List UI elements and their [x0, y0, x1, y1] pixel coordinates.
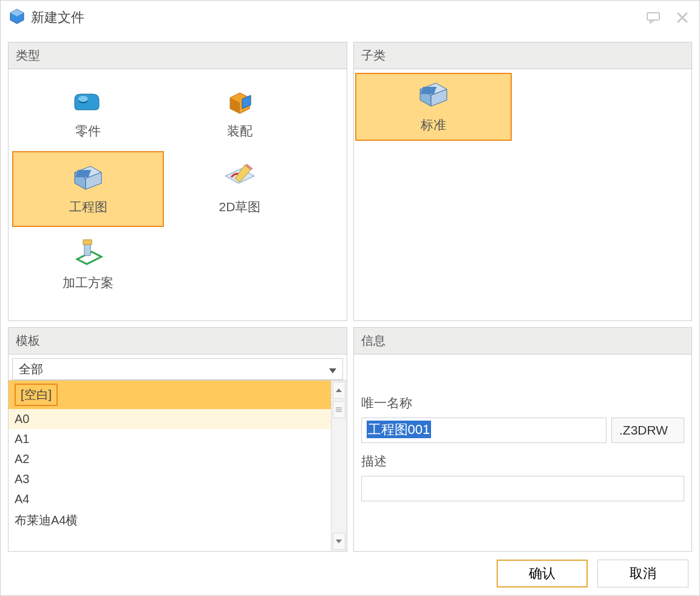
name-value: 工程图001 [367, 421, 432, 438]
subtype-item-standard[interactable]: 标准 [355, 73, 512, 141]
template-header: 模板 [8, 328, 347, 354]
type-item-drawing[interactable]: 工程图 [12, 151, 164, 227]
desc-label: 描述 [361, 453, 685, 470]
new-file-dialog: 新建文件 类型 零件 [0, 0, 700, 596]
desc-input[interactable] [361, 476, 685, 501]
dialog-title: 新建文件 [31, 8, 633, 27]
type-item-part[interactable]: 零件 [12, 75, 164, 151]
app-icon [9, 8, 25, 28]
template-row[interactable]: A3 [8, 469, 331, 489]
template-panel: 模板 全部 [空白] A0 A1 A2 A3 A4 布莱迪A4横 [8, 327, 347, 552]
titlebar: 新建文件 [1, 1, 699, 35]
scroll-up-icon[interactable] [333, 382, 345, 399]
assembly-icon [222, 87, 257, 118]
svg-point-4 [78, 96, 88, 102]
type-item-cam[interactable]: 加工方案 [12, 227, 164, 303]
template-row[interactable]: A2 [8, 449, 331, 469]
svg-rect-2 [647, 13, 659, 20]
cancel-button[interactable]: 取消 [597, 560, 688, 588]
part-icon [70, 87, 106, 118]
close-icon[interactable] [674, 9, 691, 26]
name-input[interactable]: 工程图001 [361, 418, 607, 443]
comment-icon[interactable] [645, 9, 662, 26]
svg-rect-21 [420, 87, 436, 94]
type-panel: 类型 零件 装配 [8, 42, 347, 321]
subtype-header: 子类 [354, 42, 692, 69]
cam-icon [70, 239, 106, 269]
svg-marker-23 [336, 388, 342, 392]
scroll-grip-icon[interactable] [333, 401, 345, 418]
template-row[interactable]: [空白] [15, 384, 58, 406]
type-header: 类型 [8, 42, 347, 69]
type-label: 2D草图 [219, 198, 261, 215]
template-row[interactable]: A0 [8, 409, 331, 429]
template-filter-value: 全部 [19, 361, 43, 378]
sketch-icon [222, 163, 257, 194]
dialog-footer: 确认 取消 [1, 552, 699, 595]
subtype-label: 标准 [421, 117, 446, 134]
scroll-down-icon[interactable] [333, 533, 345, 550]
template-row[interactable]: A4 [8, 489, 331, 509]
subtype-panel: 子类 标准 [353, 42, 693, 321]
svg-marker-22 [329, 368, 336, 373]
name-label: 唯一名称 [361, 395, 685, 411]
type-label: 加工方案 [63, 274, 114, 291]
svg-marker-27 [336, 540, 342, 543]
ok-button[interactable]: 确认 [497, 560, 588, 588]
standard-icon [416, 80, 451, 110]
chevron-down-icon [329, 362, 336, 376]
info-panel: 信息 唯一名称 工程图001 .Z3DRW 描述 [353, 327, 693, 552]
template-row[interactable]: 布莱迪A4横 [8, 509, 331, 532]
svg-rect-17 [83, 240, 92, 245]
template-list[interactable]: [空白] A0 A1 A2 A3 A4 布莱迪A4横 [8, 380, 331, 551]
template-filter-dropdown[interactable]: 全部 [12, 358, 343, 380]
info-header: 信息 [354, 328, 692, 354]
extension-label: .Z3DRW [611, 418, 684, 443]
type-label: 装配 [227, 123, 253, 140]
svg-rect-11 [75, 170, 91, 177]
type-item-assembly[interactable]: 装配 [164, 75, 316, 151]
type-label: 工程图 [69, 198, 107, 215]
type-label: 零件 [75, 123, 101, 140]
drawing-icon [70, 163, 106, 194]
type-item-2dsketch[interactable]: 2D草图 [164, 151, 316, 227]
template-scrollbar[interactable] [331, 380, 347, 551]
template-row[interactable]: A1 [8, 429, 331, 449]
main-content: 类型 零件 装配 [1, 35, 699, 552]
